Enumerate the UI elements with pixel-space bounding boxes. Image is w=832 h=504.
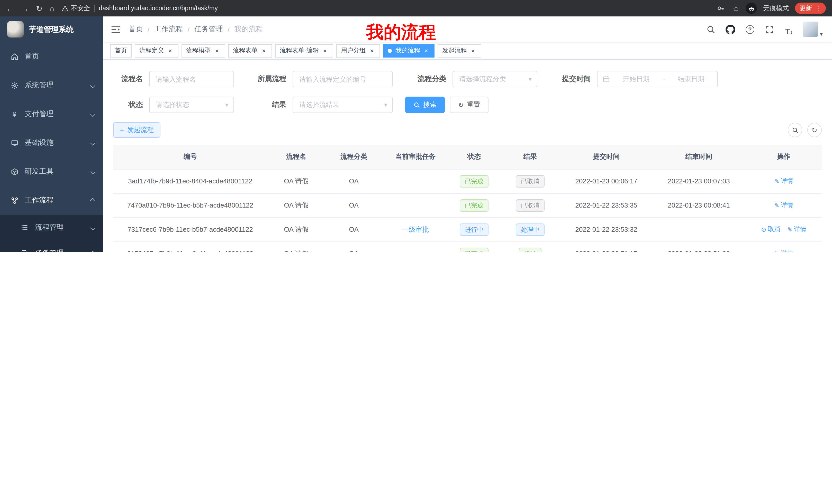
incognito-icon — [746, 3, 757, 14]
close-icon[interactable] — [260, 47, 267, 54]
reset-button[interactable]: 重置 — [450, 96, 489, 113]
edit-icon — [787, 226, 792, 232]
browser-menu-icon[interactable] — [815, 5, 821, 11]
search-icon — [413, 102, 420, 108]
font-size-icon[interactable] — [783, 24, 795, 35]
toggle-search-icon[interactable] — [788, 123, 802, 137]
caret-down-icon — [529, 76, 532, 82]
result-badge: 已取消 — [516, 199, 545, 212]
tags-view-bar: 首页 流程定义 流程模型 流程表单 流程表单-编辑 用户分组 我的流程 发起流程 — [103, 42, 832, 60]
chevron-up-icon — [90, 251, 95, 252]
start-date-placeholder: 开始日期 — [615, 75, 657, 84]
close-icon[interactable] — [166, 47, 174, 54]
fullscreen-icon[interactable] — [764, 24, 775, 35]
chevron-down-icon — [90, 169, 95, 174]
col-submit-time: 提交时间 — [561, 145, 652, 169]
sidebar-item-process-management[interactable]: 流程管理 — [0, 215, 103, 241]
sidebar-toggle-icon[interactable] — [103, 17, 129, 42]
table-header-row: 编号 流程名 流程分类 当前审批任务 状态 结果 提交时间 结束时间 操作 — [113, 145, 822, 169]
help-icon[interactable] — [744, 24, 756, 35]
tag-tab-my-process[interactable]: 我的流程 — [383, 44, 435, 57]
col-end-time: 结束时间 — [652, 145, 746, 169]
edit-icon — [774, 250, 779, 252]
refresh-icon — [458, 102, 464, 108]
sidebar-item-task-management[interactable]: 任务管理 — [0, 241, 103, 252]
result-label: 结果 — [246, 100, 286, 109]
sidebar-item-payment[interactable]: 支付管理 — [0, 100, 103, 129]
end-date-placeholder: 结束日期 — [670, 75, 712, 84]
owner-process-input[interactable] — [293, 71, 393, 87]
chevron-down-icon — [90, 111, 95, 117]
detail-link[interactable]: 详情 — [774, 249, 793, 252]
github-icon[interactable] — [725, 24, 736, 35]
process-name-input[interactable] — [149, 71, 234, 87]
detail-link[interactable]: 详情 — [787, 225, 806, 234]
process-table: 编号 流程名 流程分类 当前审批任务 状态 结果 提交时间 结束时间 操作 — [113, 145, 822, 252]
search-button[interactable]: 搜索 — [405, 96, 445, 113]
submit-time-range-picker[interactable]: 开始日期 - 结束日期 — [597, 71, 718, 87]
tag-tab-process-model[interactable]: 流程模型 — [182, 44, 225, 57]
detail-link[interactable]: 详情 — [774, 177, 793, 186]
result-select[interactable]: 请选择流结果 — [293, 96, 393, 113]
range-separator: - — [662, 75, 665, 83]
sidebar-item-home[interactable]: 首页 — [0, 42, 103, 71]
col-name: 流程名 — [267, 145, 325, 169]
edit-icon — [774, 202, 779, 208]
caret-down-icon — [384, 102, 387, 108]
security-warning[interactable]: 不安全 — [61, 4, 90, 12]
start-process-button[interactable]: 发起流程 — [113, 122, 160, 138]
tag-tab-home[interactable]: 首页 — [110, 44, 132, 57]
browser-reload-icon[interactable] — [36, 4, 43, 12]
browser-forward-icon[interactable] — [21, 4, 29, 12]
yen-icon — [10, 110, 19, 118]
table-row: 2152467e-7b9b-11ec-9a1b-acde48001122 OA … — [113, 242, 822, 252]
close-icon[interactable] — [423, 47, 430, 54]
bookmark-star-icon[interactable] — [732, 4, 739, 12]
breadcrumb-separator: / — [148, 25, 150, 33]
browser-home-icon[interactable] — [50, 4, 54, 12]
avatar[interactable] — [803, 22, 818, 37]
search-icon[interactable] — [705, 24, 717, 35]
sidebar-item-workflow[interactable]: 工作流程 — [0, 186, 103, 215]
browser-back-icon[interactable] — [6, 4, 14, 12]
calendar-icon — [603, 76, 610, 83]
breadcrumb-separator: / — [188, 25, 190, 33]
current-task-link[interactable]: 一级审批 — [402, 225, 429, 234]
close-icon[interactable] — [213, 47, 220, 54]
detail-link[interactable]: 详情 — [774, 201, 793, 209]
browser-chrome: 不安全 dashboard.yudao.iocoder.cn/bpm/task/… — [0, 0, 832, 17]
close-icon[interactable] — [321, 47, 329, 54]
close-icon[interactable] — [368, 47, 375, 54]
tag-tab-process-form[interactable]: 流程表单 — [228, 44, 272, 57]
col-id: 编号 — [113, 145, 267, 169]
sidebar-item-devtools[interactable]: 研发工具 — [0, 157, 103, 186]
list-icon — [21, 223, 29, 232]
refresh-table-icon[interactable] — [807, 123, 822, 137]
sidebar-item-infrastructure[interactable]: 基础设施 — [0, 129, 103, 157]
breadcrumb-task-management[interactable]: 任务管理 — [194, 25, 223, 34]
app-title: 芋道管理系统 — [29, 24, 74, 34]
user-menu[interactable] — [803, 22, 823, 37]
tag-tab-process-form-edit[interactable]: 流程表单-编辑 — [275, 44, 333, 57]
security-label: 不安全 — [71, 4, 90, 12]
home-icon — [10, 52, 19, 61]
chevron-down-icon — [90, 140, 95, 145]
address-bar[interactable]: 不安全 dashboard.yudao.iocoder.cn/bpm/task/… — [61, 4, 708, 12]
tag-tab-user-group[interactable]: 用户分组 — [336, 44, 380, 57]
browser-update-button[interactable]: 更新 — [795, 3, 826, 14]
col-current-task: 当前审批任务 — [383, 145, 448, 169]
col-status: 状态 — [448, 145, 500, 169]
status-select[interactable]: 请选择状态 — [149, 96, 234, 113]
breadcrumb-home[interactable]: 首页 — [129, 25, 143, 34]
tag-tab-start-process[interactable]: 发起流程 — [438, 44, 481, 57]
result-badge: 处理中 — [516, 223, 545, 235]
close-icon[interactable] — [469, 47, 477, 54]
table-row: 7317cec6-7b9b-11ec-b5b7-acde48001122 OA … — [113, 217, 822, 242]
process-name-label: 流程名 — [113, 75, 143, 84]
category-select[interactable]: 请选择流程分类 — [452, 71, 537, 87]
password-key-icon[interactable] — [715, 3, 726, 14]
cancel-link[interactable]: 取消 — [761, 225, 780, 234]
tag-tab-process-definition[interactable]: 流程定义 — [135, 44, 178, 57]
sidebar-item-system[interactable]: 系统管理 — [0, 71, 103, 100]
breadcrumb-workflow[interactable]: 工作流程 — [154, 25, 183, 34]
